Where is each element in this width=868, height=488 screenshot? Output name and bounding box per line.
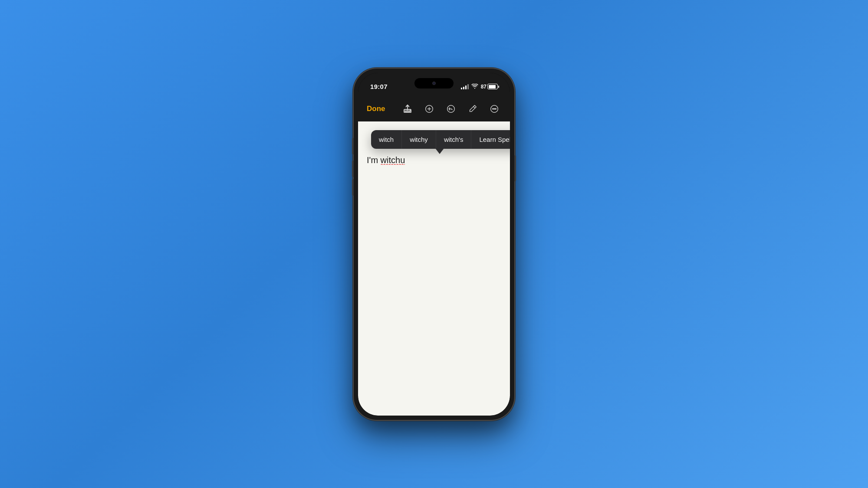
undo-icon[interactable] [444,102,458,116]
battery-container: 87 [481,84,498,90]
more-icon[interactable] [487,102,501,116]
dynamic-island-dot [432,82,436,85]
battery-icon [487,84,498,89]
spell-suggestion-witchy[interactable]: witchy [402,130,436,149]
battery-percent: 87 [481,84,487,90]
toolbar: Done [358,96,510,121]
spell-suggestion-witch[interactable]: witch [371,130,402,149]
add-icon[interactable] [422,102,436,116]
note-misspelled-word: witchu [381,155,405,165]
status-time: 19:07 [370,83,388,90]
battery-fill [489,85,496,88]
wifi-icon [471,83,478,90]
svg-point-5 [493,108,493,109]
signal-icon [461,84,469,89]
toolbar-icons [401,102,501,116]
spellcheck-popup: witch witchy witch's Learn Spelling [371,130,510,149]
svg-point-7 [495,108,496,109]
share-icon[interactable] [401,102,414,116]
markup-icon[interactable] [466,102,480,116]
phone-wrapper: 19:07 [354,69,514,420]
learn-spelling-button[interactable]: Learn Spelling [471,130,510,149]
done-button[interactable]: Done [367,105,385,113]
svg-point-6 [494,108,495,109]
phone-screen: 19:07 [358,73,510,416]
notes-area[interactable]: witch witchy witch's Learn Spelling I'm … [358,121,510,416]
note-text-before: I'm [367,155,381,165]
status-icons: 87 [461,83,498,90]
note-text-area[interactable]: I'm witchu [367,154,501,166]
spell-suggestion-witchs[interactable]: witch's [436,130,472,149]
dynamic-island [414,78,454,88]
